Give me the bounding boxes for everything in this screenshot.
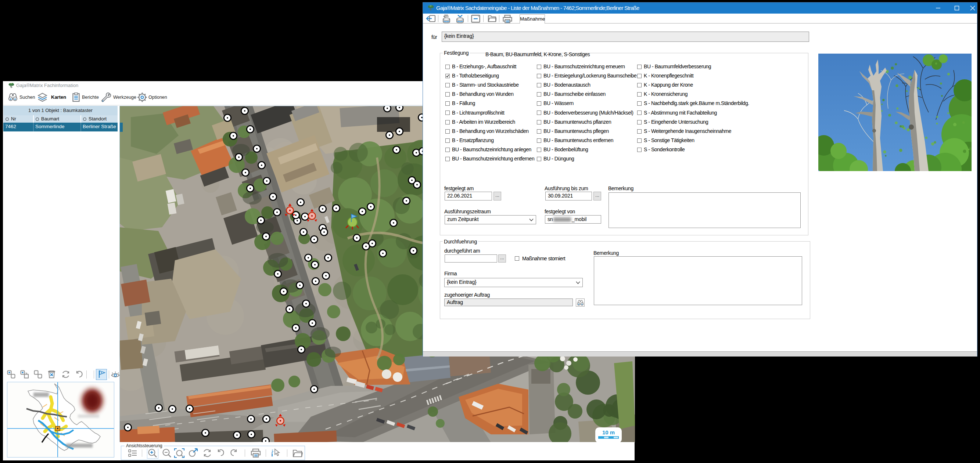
svg-text:10 m: 10 m (602, 429, 615, 436)
svg-text:i: i (271, 451, 273, 458)
